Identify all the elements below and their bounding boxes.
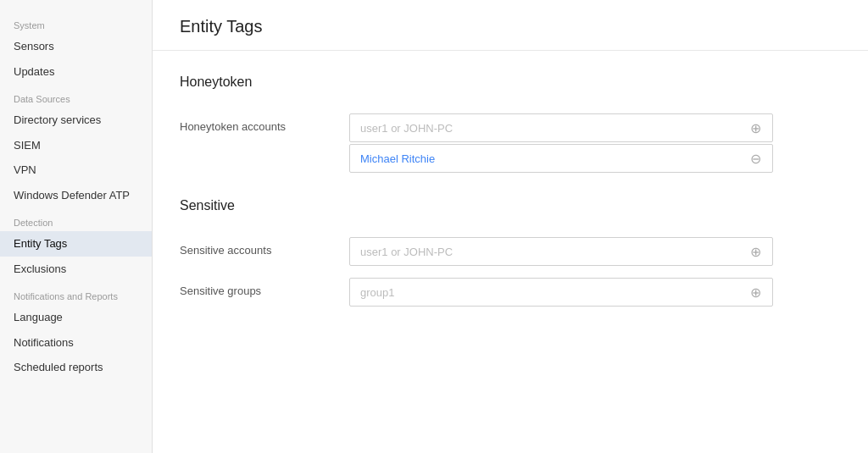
section-sensitive: SensitiveSensitive accountsuser1 or JOHN…	[180, 198, 841, 308]
sidebar: SystemSensorsUpdatesData SourcesDirector…	[0, 0, 153, 453]
sidebar-item-exclusions[interactable]: Exclusions	[0, 257, 152, 282]
page-header: Entity Tags	[153, 0, 868, 51]
sidebar-item-entity-tags[interactable]: Entity Tags	[0, 231, 152, 257]
form-row-honeytoken-accounts: Honeytoken accountsuser1 or JOHN-PC⊕Mich…	[180, 113, 841, 174]
section-title-honeytoken: Honeytoken	[180, 75, 841, 97]
section-title-sensitive: Sensitive	[180, 198, 841, 220]
sidebar-item-sensors[interactable]: Sensors	[0, 34, 152, 59]
sidebar-section-label-notifications-and-reports: Notifications and Reports	[0, 281, 152, 305]
input-text-sa-input-1[interactable]: user1 or JOHN-PC	[360, 246, 747, 258]
form-label-honeytoken-accounts: Honeytoken accounts	[180, 113, 349, 133]
input-row-ht-input-1: user1 or JOHN-PC⊕	[349, 113, 773, 142]
sidebar-item-directory-services[interactable]: Directory services	[0, 108, 152, 133]
sidebar-item-windows-defender-atp[interactable]: Windows Defender ATP	[0, 183, 152, 208]
input-text-sg-input-1[interactable]: group1	[360, 286, 747, 299]
plus-icon-sa-input-1[interactable]: ⊕	[747, 243, 764, 260]
sidebar-section-label-detection: Detection	[0, 207, 152, 231]
content-area: HoneytokenHoneytoken accountsuser1 or JO…	[153, 75, 868, 345]
form-row-sensitive-groups: Sensitive groupsgroup1⊕	[180, 278, 841, 308]
form-inputs-sensitive-accounts: user1 or JOHN-PC⊕	[349, 237, 773, 268]
form-row-sensitive-accounts: Sensitive accountsuser1 or JOHN-PC⊕	[180, 237, 841, 268]
form-label-sensitive-groups: Sensitive groups	[180, 278, 349, 297]
sidebar-section-label-data-sources: Data Sources	[0, 84, 152, 108]
input-text-ht-input-1[interactable]: user1 or JOHN-PC	[360, 122, 747, 135]
form-inputs-honeytoken-accounts: user1 or JOHN-PC⊕Michael Ritchie⊖	[349, 113, 773, 174]
input-text-ht-input-2[interactable]: Michael Ritchie	[360, 152, 747, 165]
plus-icon-sg-input-1[interactable]: ⊕	[747, 284, 764, 301]
input-row-sa-input-1: user1 or JOHN-PC⊕	[349, 237, 773, 266]
sidebar-item-siem[interactable]: SIEM	[0, 133, 152, 158]
page-title: Entity Tags	[180, 17, 841, 36]
sidebar-section-label-system: System	[0, 10, 152, 34]
main-content: Entity Tags HoneytokenHoneytoken account…	[153, 0, 868, 453]
sidebar-item-updates[interactable]: Updates	[0, 59, 152, 85]
form-inputs-sensitive-groups: group1⊕	[349, 278, 773, 308]
sidebar-item-vpn[interactable]: VPN	[0, 157, 152, 183]
minus-icon-ht-input-2[interactable]: ⊖	[747, 150, 764, 167]
sidebar-item-language[interactable]: Language	[0, 305, 152, 330]
sidebar-item-notifications[interactable]: Notifications	[0, 330, 152, 356]
section-honeytoken: HoneytokenHoneytoken accountsuser1 or JO…	[180, 75, 841, 174]
plus-icon-ht-input-1[interactable]: ⊕	[747, 119, 764, 136]
input-row-ht-input-2: Michael Ritchie⊖	[349, 144, 773, 173]
sidebar-item-scheduled-reports[interactable]: Scheduled reports	[0, 355, 152, 380]
input-row-sg-input-1: group1⊕	[349, 278, 773, 307]
form-label-sensitive-accounts: Sensitive accounts	[180, 237, 349, 257]
